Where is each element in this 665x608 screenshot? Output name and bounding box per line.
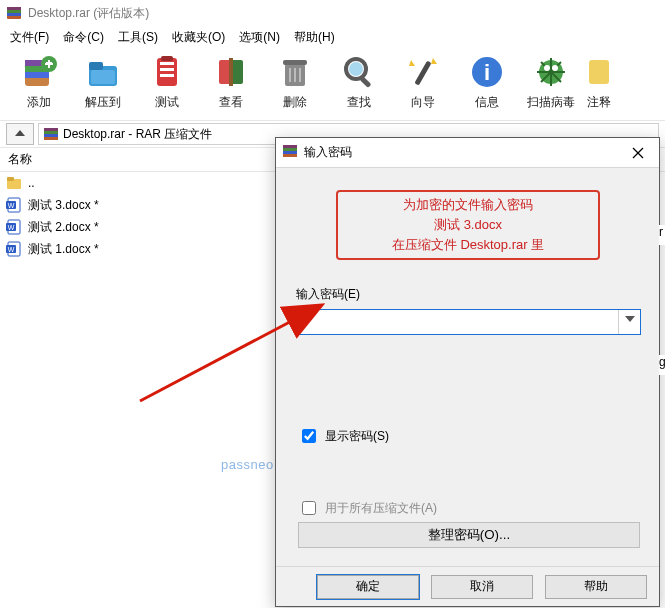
svg-point-43 [552,65,558,71]
file-name: 测试 2.docx * [28,219,99,236]
svg-rect-14 [89,62,103,70]
svg-marker-69 [625,316,635,322]
svg-rect-17 [160,62,174,65]
winrar-icon [282,143,298,162]
delete-button[interactable]: 删除 [264,52,326,118]
svg-text:W: W [8,224,15,231]
svg-rect-20 [161,56,173,61]
svg-marker-33 [409,60,415,66]
up-button[interactable] [6,123,34,145]
svg-rect-7 [25,72,49,78]
svg-rect-64 [283,145,297,148]
winrar-icon [6,5,22,21]
scan-icon [531,52,571,92]
message-line: 为加密的文件输入密码 [403,196,533,214]
svg-rect-12 [45,63,53,65]
bg-fragment: r [659,225,665,245]
extract-button[interactable]: 解压到 [72,52,134,118]
menu-fav[interactable]: 收藏夹(O) [166,27,231,48]
svg-rect-19 [160,74,174,77]
show-password-checkbox[interactable]: 显示密码(S) [298,426,389,446]
docx-icon: W [6,241,22,257]
svg-rect-1 [7,7,21,10]
password-label: 输入密码(E) [296,286,641,303]
docx-icon: W [6,197,22,213]
svg-rect-28 [299,68,301,82]
dialog-body: 为加密的文件输入密码 测试 3.docx 在压缩文件 Desktop.rar 里… [276,168,659,566]
menu-file[interactable]: 文件(F) [4,27,55,48]
scan-button[interactable]: 扫描病毒 [520,52,582,118]
view-icon [211,52,251,92]
cursor-icon: | [297,311,305,329]
svg-rect-23 [229,58,233,86]
message-box: 为加密的文件输入密码 测试 3.docx 在压缩文件 Desktop.rar 里 [336,190,600,260]
add-label: 添加 [27,94,51,111]
password-input[interactable] [305,311,618,333]
delete-label: 删除 [283,94,307,111]
password-combo[interactable]: | [296,309,641,335]
svg-rect-44 [589,60,609,84]
svg-rect-31 [359,76,371,88]
svg-rect-48 [44,131,58,134]
comment-label: 注释 [587,94,611,111]
comment-button[interactable]: 注释 [584,52,614,118]
dialog-footer: 确定 取消 帮助 [276,566,659,606]
dropdown-button[interactable] [618,310,640,334]
rar-icon [43,126,59,142]
find-icon [339,52,379,92]
message-line: 测试 3.docx [434,216,502,234]
find-label: 查找 [347,94,371,111]
svg-marker-34 [431,58,437,64]
svg-point-30 [349,62,363,76]
help-button[interactable]: 帮助 [545,575,647,599]
organize-passwords-button[interactable]: 整理密码(O)... [298,522,640,548]
file-name: 测试 3.docx * [28,197,99,214]
menubar: 文件(F) 命令(C) 工具(S) 收藏夹(O) 选项(N) 帮助(H) [0,26,665,48]
delete-icon [275,52,315,92]
dialog-titlebar: 输入密码 [276,138,659,168]
show-password-input[interactable] [302,429,316,443]
svg-rect-32 [414,61,431,86]
col-name[interactable]: 名称 [0,151,40,168]
svg-rect-51 [7,177,14,181]
svg-rect-49 [44,134,58,137]
extract-icon [83,52,123,92]
test-label: 测试 [155,94,179,111]
all-archives-input[interactable] [302,501,316,515]
test-button[interactable]: 测试 [136,52,198,118]
svg-rect-66 [283,151,297,154]
menu-tools[interactable]: 工具(S) [112,27,164,48]
password-group: 输入密码(E) | [296,286,641,335]
toolbar: 添加 解压到 测试 查看 删除 查找 向导 i 信息 扫描病毒 注释 [0,48,665,120]
add-icon [19,52,59,92]
ok-button[interactable]: 确定 [317,575,419,599]
bg-fragment: g [659,355,665,375]
view-button[interactable]: 查看 [200,52,262,118]
svg-marker-45 [15,130,25,136]
cancel-button[interactable]: 取消 [431,575,533,599]
svg-rect-3 [7,13,21,16]
svg-text:W: W [8,246,15,253]
svg-rect-27 [294,68,296,82]
svg-rect-2 [7,10,21,13]
show-password-label: 显示密码(S) [325,428,389,445]
all-archives-checkbox[interactable]: 用于所有压缩文件(A) [298,498,437,518]
dialog-title: 输入密码 [304,144,617,161]
path-text: Desktop.rar - RAR 压缩文件 [63,126,212,143]
folder-icon [6,175,22,191]
svg-text:W: W [8,202,15,209]
menu-opt[interactable]: 选项(N) [233,27,286,48]
svg-rect-47 [44,128,58,131]
svg-rect-65 [283,148,297,151]
close-button[interactable] [623,139,653,167]
svg-rect-26 [289,68,291,82]
find-button[interactable]: 查找 [328,52,390,118]
info-button[interactable]: i 信息 [456,52,518,118]
scan-label: 扫描病毒 [527,94,575,111]
wizard-label: 向导 [411,94,435,111]
file-name: 测试 1.docx * [28,241,99,258]
menu-help[interactable]: 帮助(H) [288,27,341,48]
wizard-button[interactable]: 向导 [392,52,454,118]
add-button[interactable]: 添加 [8,52,70,118]
menu-cmd[interactable]: 命令(C) [57,27,110,48]
